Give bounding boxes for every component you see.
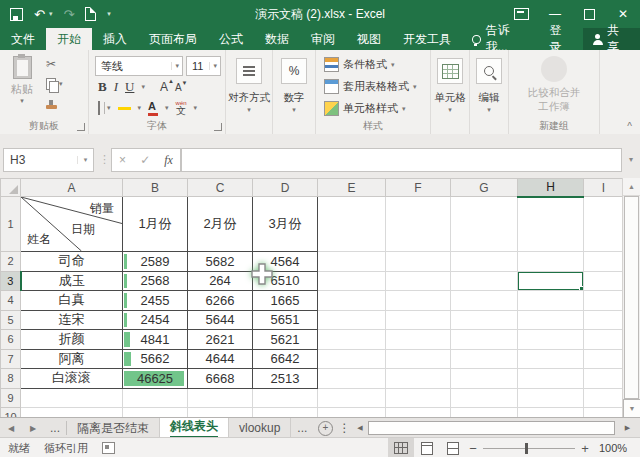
sheet-prev-icon[interactable]: ◀ [0, 418, 22, 438]
sheet-tab-options-icon[interactable]: ⋮ [337, 418, 351, 438]
cell-name[interactable]: 折颜 [21, 330, 123, 350]
cell-empty[interactable] [386, 271, 451, 291]
format-as-table-button[interactable]: 套用表格格式 ▾ [324, 79, 417, 94]
cells-dropdown-icon[interactable]: ▾ [431, 106, 469, 114]
cell-E1[interactable] [318, 197, 386, 252]
cell-value[interactable]: 5682 [188, 252, 253, 272]
cell-value[interactable]: 6668 [188, 369, 253, 389]
cell-empty[interactable] [386, 291, 451, 311]
cell-empty[interactable] [318, 369, 386, 389]
sheet-tab-vlookup[interactable]: vlookup [229, 418, 291, 438]
cell-empty[interactable] [518, 349, 584, 369]
cell-value[interactable]: 1665 [253, 291, 318, 311]
conditional-formatting-button[interactable]: 条件格式 ▾ [324, 57, 395, 72]
name-box-dropdown-icon[interactable]: ▾ [77, 156, 93, 164]
cell-value[interactable]: 5644 [188, 310, 253, 330]
tab-review[interactable]: 审阅 [300, 28, 346, 50]
font-color-button[interactable]: A [148, 100, 158, 116]
zoom-out-button[interactable]: − [466, 441, 480, 456]
cell-name[interactable]: 司命 [21, 252, 123, 272]
cell-value[interactable]: 4644 [188, 349, 253, 369]
scroll-up-icon[interactable]: ▲ [623, 178, 640, 196]
formula-input[interactable] [181, 148, 622, 172]
cell-name[interactable]: 阿离 [21, 349, 123, 369]
tab-formulas[interactable]: 公式 [208, 28, 254, 50]
cell-empty[interactable] [451, 271, 518, 291]
undo-icon[interactable]: ↶ [34, 8, 45, 21]
cell-C1[interactable]: 2月份 [188, 197, 253, 252]
underline-dropdown-icon[interactable]: ▾ [141, 83, 145, 91]
cell-empty[interactable] [386, 408, 451, 418]
cell-empty[interactable] [584, 252, 624, 272]
editing-dropdown-icon[interactable]: ▾ [470, 106, 508, 114]
row-header-7[interactable]: 7 [1, 349, 21, 369]
number-format-button[interactable]: % [281, 58, 307, 84]
cell-empty[interactable] [318, 252, 386, 272]
tab-file[interactable]: 文件 [0, 28, 46, 50]
row-header-8[interactable]: 8 [1, 369, 21, 389]
fill-color-dropdown-icon[interactable]: ▾ [138, 104, 142, 112]
cell-empty[interactable] [584, 291, 624, 311]
font-size-dropdown-icon[interactable]: ▾ [209, 62, 220, 70]
cell-value[interactable]: 2621 [188, 330, 253, 350]
cell-empty[interactable] [584, 369, 624, 389]
cell-empty[interactable] [318, 310, 386, 330]
cell-value[interactable]: 5621 [253, 330, 318, 350]
number-dropdown-icon[interactable]: ▾ [273, 106, 315, 114]
cell-empty[interactable] [253, 388, 318, 408]
page-layout-view-button[interactable] [414, 438, 440, 457]
underline-button[interactable]: U [125, 79, 134, 95]
cell-empty[interactable] [386, 330, 451, 350]
cell-styles-button[interactable]: 单元格样式 ▾ [324, 101, 406, 116]
cell-empty[interactable] [451, 291, 518, 311]
cell-F1[interactable] [386, 197, 451, 252]
cell-value[interactable]: 5662 [123, 349, 188, 369]
row-header-10[interactable]: 10 [1, 408, 21, 418]
cell-name[interactable]: 连宋 [21, 310, 123, 330]
fill-handle[interactable] [579, 286, 584, 291]
cell-empty[interactable] [386, 369, 451, 389]
select-all-corner[interactable] [1, 179, 21, 197]
save-icon[interactable] [10, 8, 23, 21]
page-break-view-button[interactable] [440, 438, 466, 457]
cell-empty[interactable] [386, 252, 451, 272]
cell-H1[interactable] [518, 197, 584, 252]
cell-empty[interactable] [451, 330, 518, 350]
copy-button[interactable]: ▾ [46, 77, 63, 91]
cell-empty[interactable] [318, 349, 386, 369]
cell-empty[interactable] [386, 310, 451, 330]
enter-formula-icon[interactable]: ✓ [140, 153, 150, 167]
fill-color-button[interactable] [118, 106, 131, 110]
cell-empty[interactable] [318, 291, 386, 311]
scroll-down-icon[interactable]: ▼ [623, 399, 640, 417]
borders-button[interactable] [98, 102, 100, 114]
cell-empty[interactable] [188, 388, 253, 408]
cell-value[interactable]: 2455 [123, 291, 188, 311]
row-header-3-selected[interactable]: 3 [1, 271, 21, 291]
phonetic-button[interactable]: wén文 [176, 100, 187, 116]
cell-D1[interactable]: 3月份 [253, 197, 318, 252]
increase-font-button[interactable]: A▲ [160, 80, 168, 94]
alignment-dropdown-icon[interactable]: ▾ [226, 106, 272, 114]
row-header-4[interactable]: 4 [1, 291, 21, 311]
cell-empty[interactable] [584, 271, 624, 291]
editing-button[interactable] [476, 58, 502, 84]
cell-I1[interactable] [584, 197, 624, 252]
cell-empty[interactable] [518, 408, 584, 418]
cell-empty[interactable] [451, 310, 518, 330]
cell-G1[interactable] [451, 197, 518, 252]
cell-empty[interactable] [451, 408, 518, 418]
maximize-button[interactable] [572, 0, 606, 28]
column-header-E[interactable]: E [318, 179, 386, 197]
scroll-right-icon[interactable]: ▶ [621, 421, 634, 435]
minimize-button[interactable]: — [538, 0, 572, 28]
qat-customize-icon[interactable]: ▾ [107, 10, 111, 18]
cell-empty[interactable] [518, 388, 584, 408]
row-header-6[interactable]: 6 [1, 330, 21, 350]
phonetic-dropdown-icon[interactable]: ▾ [194, 104, 198, 112]
zoom-slider[interactable] [483, 448, 575, 449]
row-header-2[interactable]: 2 [1, 252, 21, 272]
undo-dropdown-icon[interactable]: ▾ [49, 10, 53, 18]
name-box[interactable]: H3 ▾ [3, 148, 94, 172]
cell-name[interactable]: 成玉 [21, 271, 123, 291]
